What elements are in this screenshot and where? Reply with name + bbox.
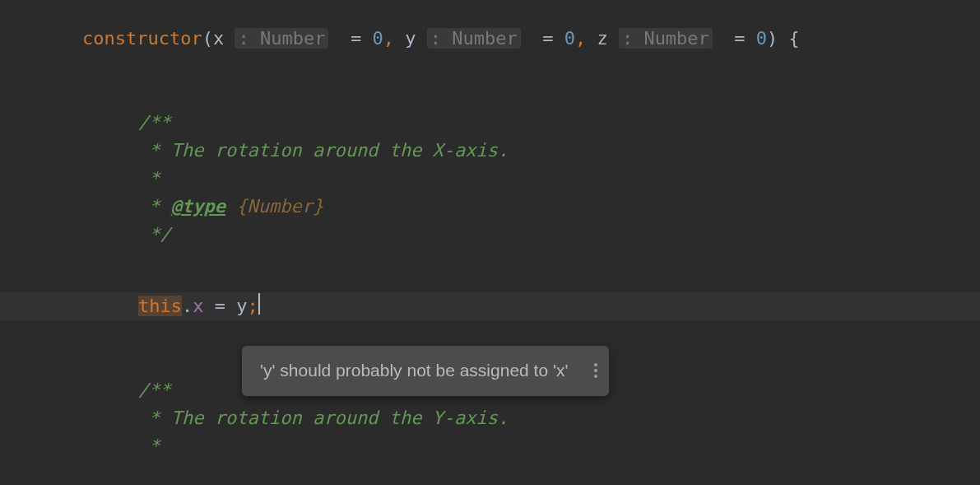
more-actions-icon[interactable] (594, 363, 597, 378)
text-cursor (258, 293, 260, 315)
default-x: 0 (372, 28, 383, 49)
current-line: this.x = y; (0, 292, 980, 320)
blank-line (82, 81, 980, 109)
param-x: x (213, 28, 224, 49)
variable-y: y (236, 296, 247, 316)
type-hint-z: : Number (619, 28, 713, 49)
param-y: y (405, 28, 416, 49)
blank-line (82, 53, 980, 81)
jsdoc-type-value: {Number} (236, 196, 323, 217)
constructor-signature: constructor(x : Number = 0, y : Number =… (82, 25, 980, 53)
keyword-this: this (138, 296, 182, 316)
blank-line (82, 320, 980, 348)
jsdoc-open: /** (138, 109, 980, 137)
jsdoc-desc: * The rotation around the Y-axis. (138, 404, 980, 432)
jsdoc-block-x: /** * The rotation around the X-axis. * … (82, 109, 980, 249)
inspection-tooltip[interactable]: 'y' should probably not be assigned to '… (242, 346, 609, 396)
jsdoc-type-tag: @type (171, 196, 225, 217)
type-hint-x: : Number (235, 28, 328, 49)
default-z: 0 (756, 28, 767, 49)
keyword-constructor: constructor (82, 28, 202, 49)
jsdoc-blank: * (138, 432, 980, 460)
jsdoc-close: */ (138, 221, 980, 249)
blank-line (82, 249, 980, 277)
param-z: z (597, 28, 607, 49)
property-x: x (193, 296, 203, 316)
jsdoc-blank: * (138, 165, 980, 193)
type-hint-y: : Number (427, 28, 521, 49)
default-y: 0 (564, 28, 575, 49)
tooltip-message: 'y' should probably not be assigned to '… (260, 357, 568, 385)
jsdoc-type-line: * @type {Number} (138, 193, 980, 221)
blank-line (82, 277, 980, 292)
jsdoc-desc: * The rotation around the X-axis. (138, 137, 980, 165)
